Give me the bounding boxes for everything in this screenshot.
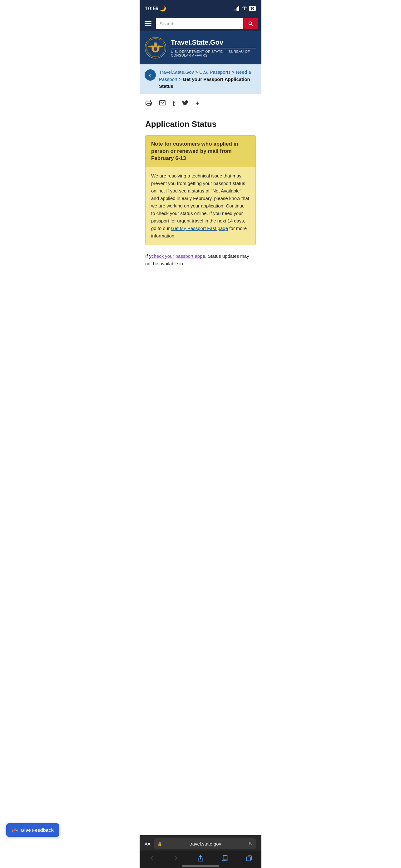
svg-rect-1 [236,8,237,11]
svg-text:★ ★ ★: ★ ★ ★ [154,42,157,43]
facebook-icon[interactable]: f [173,99,175,107]
notice-box: Note for customers who applied in person… [145,135,256,245]
svg-rect-12 [160,100,165,105]
wifi-icon [242,6,247,10]
search-button[interactable] [243,18,258,29]
svg-rect-0 [235,9,235,11]
check-passport-link[interactable]: check your passport app [152,253,202,259]
site-subtitle: U.S. DEPARTMENT of STATE — BUREAU of CON… [171,50,257,57]
search-container [156,18,258,29]
back-button[interactable]: ‹ [144,69,156,81]
page-title: Application Status [145,119,256,129]
breadcrumb-area: ‹ Travel.State.Gov > U.S. Passports > Ne… [140,64,261,94]
twitter-icon[interactable] [182,99,189,108]
header-text-block: Travel.State.Gov U.S. DEPARTMENT of STAT… [171,38,257,57]
nav-bar [140,16,261,31]
search-icon [248,21,253,26]
moon-icon: 🌙 [160,6,166,11]
svg-rect-3 [238,6,239,11]
department-seal: ★ ★ ★ DEPARTMENT OF STATE UNITED STATES … [144,37,166,59]
site-title: Travel.State.Gov [171,38,257,49]
notice-header-text: Note for customers who applied in person… [151,141,250,162]
more-share-icon[interactable]: + [196,99,200,107]
email-icon[interactable] [159,99,166,108]
body-text-below-notice: If ycheck your passport appe. Status upd… [145,252,256,268]
battery-icon: 30 [249,6,256,11]
breadcrumb-link-home[interactable]: Travel.State.Gov [159,69,194,75]
search-input[interactable] [156,18,243,29]
get-passport-fast-link[interactable]: Get My Passport Fast page [171,226,228,231]
notice-body-text: We are resolving a technical issue that … [151,172,250,240]
print-icon[interactable] [145,99,152,108]
share-bar: f + [140,94,261,113]
signal-icon [235,6,240,11]
status-icons: 30 [235,6,256,11]
svg-rect-11 [147,103,151,105]
breadcrumb-link-passports[interactable]: U.S. Passports [199,69,231,75]
breadcrumb: Travel.State.Gov > U.S. Passports > Need… [159,69,257,90]
header-banner: ★ ★ ★ DEPARTMENT OF STATE UNITED STATES … [140,31,261,64]
notice-header: Note for customers who applied in person… [145,135,256,167]
status-bar: 10:56 🌙 30 [140,0,261,16]
back-chevron-icon: ‹ [149,72,151,79]
main-content: Application Status Note for customers wh… [140,113,261,276]
svg-rect-2 [237,7,238,11]
status-time: 10:56 🌙 [145,5,166,12]
notice-body: We are resolving a technical issue that … [145,167,256,245]
hamburger-button[interactable] [143,20,153,27]
